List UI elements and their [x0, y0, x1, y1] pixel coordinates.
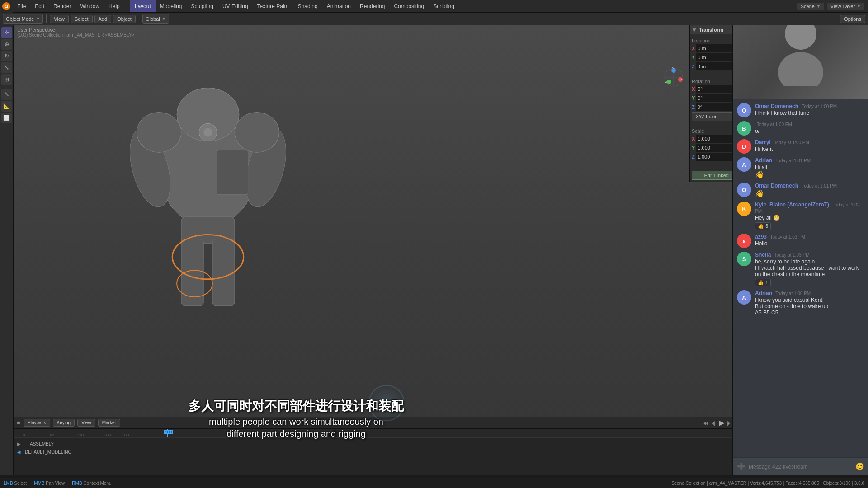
- play-btn[interactable]: ▶: [719, 418, 724, 427]
- svg-rect-11: [212, 239, 235, 306]
- playback-frame-indicator: ⏺: [16, 420, 21, 425]
- viewport-3d[interactable]: User Perspective (100) Scene Collection …: [14, 25, 760, 475]
- chat-timestamp-3: Today at 1:01 PM: [775, 158, 811, 163]
- workspace-compositing[interactable]: Compositing: [389, 0, 429, 12]
- rotate-tool[interactable]: ↻: [1, 51, 12, 61]
- scene-dropdown-icon: ▼: [816, 4, 821, 9]
- left-tool-panel: ✛ ⊕ ↻ ⤡ ⊞ ✎ 📐 ⬜: [0, 25, 14, 475]
- chat-input-bar: ➕ 😊: [733, 457, 868, 475]
- measure-tool[interactable]: 📐: [1, 101, 12, 112]
- workspace-uv-editing[interactable]: UV Editing: [218, 0, 253, 12]
- select-btn[interactable]: Select: [71, 15, 93, 23]
- chat-message-8: A Adrian Today at 1:06 PM I know you sai…: [737, 290, 864, 316]
- add-cube-tool[interactable]: ⬜: [1, 113, 12, 123]
- chat-timestamp-8: Today at 1:06 PM: [775, 291, 811, 296]
- chat-avatar-7: S: [737, 252, 751, 266]
- chat-username-5: Kyle_Blaine (ArcangelZeroT): [755, 202, 829, 208]
- frame-ruler: 0 60 120 160 180 100: [14, 429, 760, 438]
- next-frame-btn[interactable]: ⏵: [726, 419, 732, 427]
- chat-message-0: O Omar Domenech Today at 1:00 PM I think…: [737, 103, 864, 117]
- workspace-layout[interactable]: Layout: [130, 0, 156, 12]
- status-pan-view: MMB Pan View: [34, 481, 65, 486]
- viewport-gizmo[interactable]: Y X Z: [662, 66, 685, 89]
- chat-timestamp-4: Today at 1:01 PM: [802, 183, 837, 188]
- workspace-sculpting[interactable]: Sculpting: [187, 0, 218, 12]
- chat-username-0: Omar Domenech: [755, 103, 798, 109]
- view-layer-label: View Layer: [830, 4, 855, 9]
- chat-avatar-6: a: [737, 234, 751, 248]
- chat-add-icon[interactable]: ➕: [737, 462, 746, 471]
- view-layer-selector[interactable]: View Layer ▼: [827, 3, 864, 10]
- robot-model: [50, 43, 366, 333]
- options-btn[interactable]: Options: [840, 15, 865, 23]
- chat-avatar-5: K: [737, 202, 751, 216]
- chat-input[interactable]: [749, 464, 853, 470]
- menu-help[interactable]: Help: [104, 0, 124, 12]
- chat-text-7: he, sorry to be late againI'll watch hal…: [755, 258, 864, 286]
- view-btn[interactable]: View: [50, 15, 69, 23]
- sep1: [46, 14, 47, 23]
- rot-x-axis: X: [692, 86, 695, 92]
- svg-point-16: [203, 128, 212, 137]
- cursor-tool[interactable]: ✛: [1, 27, 12, 38]
- chat-content-8: Adrian Today at 1:06 PM I know you said …: [755, 290, 864, 316]
- jump-start-btn[interactable]: ⏮: [703, 419, 709, 427]
- workspace-rendering[interactable]: Rendering: [355, 0, 389, 12]
- timeline-header: ⏺ Playback Keying View Marker ⏮ ⏴ ▶ ⏵ ⏭ …: [14, 417, 760, 429]
- add-btn[interactable]: Add: [94, 15, 112, 23]
- menu-file[interactable]: File: [13, 0, 30, 12]
- chat-content-0: Omar Domenech Today at 1:00 PM I think I…: [755, 103, 864, 117]
- scale-tool[interactable]: ⤡: [1, 62, 12, 73]
- loc-z-axis: Z: [692, 64, 695, 69]
- chat-text-0: I think I know that tune: [755, 110, 864, 116]
- annotate-tool[interactable]: ✎: [1, 89, 12, 100]
- chat-username-7: Sheila: [755, 252, 771, 258]
- scene-selector[interactable]: Scene ▼: [797, 3, 824, 10]
- chat-timestamp-1: Today at 1:00 PM: [757, 122, 792, 127]
- chat-emoji-icon[interactable]: 😊: [855, 462, 864, 471]
- playback-btn[interactable]: Playback: [24, 419, 50, 427]
- chat-message-5: K Kyle_Blaine (ArcangelZeroT) Today at 1…: [737, 202, 864, 230]
- workspace-scripting[interactable]: Scripting: [429, 0, 459, 12]
- menu-render[interactable]: Render: [49, 0, 75, 12]
- chat-timestamp-0: Today at 1:00 PM: [802, 104, 837, 109]
- timeline-area: ⏺ Playback Keying View Marker ⏮ ⏴ ▶ ⏵ ⏭ …: [14, 417, 760, 475]
- view-btn-timeline[interactable]: View: [77, 419, 95, 427]
- chat-username-3: Adrian: [755, 157, 772, 164]
- keying-btn[interactable]: Keying: [53, 419, 75, 427]
- chat-timestamp-7: Today at 1:03 PM: [774, 253, 810, 258]
- workspace-animation[interactable]: Animation: [322, 0, 355, 12]
- rot-y-axis: Y: [692, 95, 695, 101]
- chat-username-2: Darryl: [755, 139, 771, 145]
- chat-message-7: S Sheila Today at 1:03 PM he, sorry to b…: [737, 252, 864, 286]
- default-modeling-label: DEFAULT_MODELING: [25, 450, 71, 455]
- workspace-texture-paint[interactable]: Texture Paint: [253, 0, 293, 12]
- chat-content-6: az93 Today at 1:03 PM Hello: [755, 234, 864, 248]
- prev-frame-btn[interactable]: ⏴: [711, 419, 717, 427]
- scale-y-axis: Y: [692, 145, 695, 150]
- object-btn[interactable]: Object: [113, 15, 136, 23]
- status-select: LMB Select: [4, 481, 27, 486]
- menu-window[interactable]: Window: [75, 0, 104, 12]
- loc-y-axis: Y: [692, 55, 695, 60]
- workspace-shading[interactable]: Shading: [293, 0, 322, 12]
- marker-btn[interactable]: Marker: [98, 419, 120, 427]
- track-expand[interactable]: ▶: [17, 441, 26, 446]
- move-tool[interactable]: ⊕: [1, 39, 12, 50]
- menu-edit[interactable]: Edit: [30, 0, 49, 12]
- chat-avatar-3: A: [737, 157, 751, 172]
- chat-content-1: Today at 1:00 PM o/: [755, 121, 864, 136]
- status-context-menu: RMB Context Menu: [72, 481, 111, 486]
- workspace-modeling[interactable]: Modeling: [156, 0, 187, 12]
- svg-point-8: [235, 113, 279, 153]
- svg-point-27: [778, 52, 823, 86]
- chat-text-1: o/: [755, 128, 864, 134]
- chat-username-6: az93: [755, 234, 767, 240]
- svg-point-7: [137, 113, 181, 153]
- chat-content-4: Omar Domenech Today at 1:01 PM 👋: [755, 183, 864, 198]
- global-selector[interactable]: Global ▼: [142, 14, 169, 24]
- scene-label: Scene: [801, 4, 815, 9]
- chat-message-6: a az93 Today at 1:03 PM Hello: [737, 234, 864, 248]
- transform-tool[interactable]: ⊞: [1, 74, 12, 85]
- object-mode-selector[interactable]: Object Mode ▼: [3, 14, 43, 24]
